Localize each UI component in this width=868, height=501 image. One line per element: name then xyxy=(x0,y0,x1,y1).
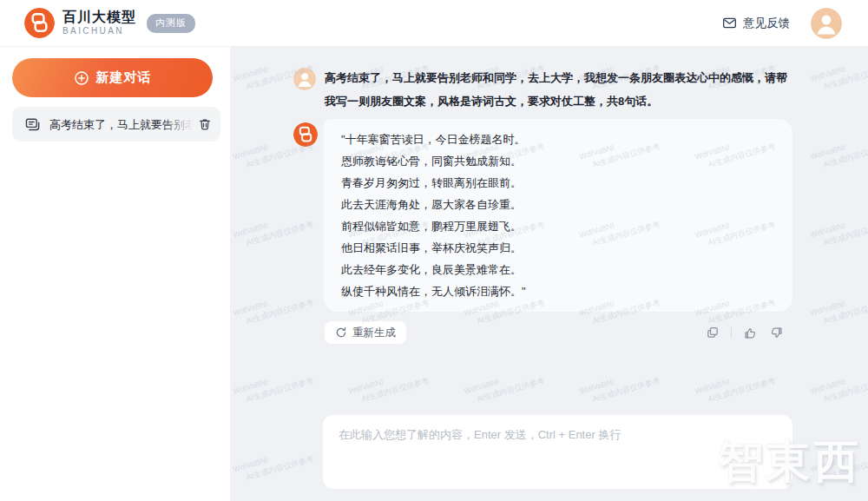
assistant-poem-line: "十年寒窗苦读日，今日金榜题名时。 xyxy=(341,129,775,150)
conversation-list-item[interactable]: 高考结束了，马上就要告别老师和 xyxy=(12,107,220,142)
assistant-poem-line: 前程似锦皆如意，鹏程万里展翅飞。 xyxy=(341,215,775,237)
assistant-message-text: "十年寒窗苦读日，今日金榜题名时。恩师教诲铭心骨，同窗共勉成新知。青春岁月匆匆过… xyxy=(341,129,775,302)
copy-button[interactable] xyxy=(706,326,720,339)
copy-icon xyxy=(706,326,720,339)
brand: 百川大模型 BAICHUAN 内测版 xyxy=(24,8,195,38)
feedback-link[interactable]: 意见反馈 xyxy=(722,16,790,31)
ai-watermark-tile: WdIVaBNIAI生成内容仅供参考 xyxy=(809,442,868,485)
ai-watermark-tile: WdIVaBNIAI生成内容仅供参考 xyxy=(694,364,777,407)
ai-watermark-tile: WdIVaBNIAI生成内容仅供参考 xyxy=(232,364,315,407)
conversation-title: 高考结束了，马上就要告别老师和 xyxy=(49,118,193,131)
person-icon xyxy=(293,68,316,90)
user-message-text: 高考结束了，马上就要告别老师和同学，去上大学，我想发一条朋友圈表达心中的感慨，请… xyxy=(325,66,792,113)
user-message-row: 高考结束了，马上就要告别老师和同学，去上大学，我想发一条朋友圈表达心中的感慨，请… xyxy=(293,66,792,113)
chat-area: 高考结束了，马上就要告别老师和同学，去上大学，我想发一条朋友圈表达心中的感慨，请… xyxy=(230,47,868,501)
ai-watermark-tile: WdIVaBNIAI生成内容仅供参考 xyxy=(347,364,431,407)
new-chat-button[interactable]: 新建对话 xyxy=(12,58,213,97)
header: 百川大模型 BAICHUAN 内测版 意见反馈 xyxy=(0,0,868,47)
person-icon xyxy=(811,8,842,39)
user-message-avatar xyxy=(293,68,316,90)
beta-badge: 内测版 xyxy=(147,14,195,33)
composer xyxy=(323,415,792,489)
sidebar: 新建对话 高考结束了，马上就要告别老师和 xyxy=(0,47,230,501)
thumbs-up-icon xyxy=(743,326,758,340)
body: 新建对话 高考结束了，马上就要告别老师和 xyxy=(0,47,868,501)
app-window: 百川大模型 BAICHUAN 内测版 意见反馈 xyxy=(0,0,868,501)
thumbs-down-button[interactable] xyxy=(769,326,784,340)
regenerate-button[interactable]: 重新生成 xyxy=(325,321,406,344)
feedback-label: 意见反馈 xyxy=(743,16,790,31)
message-actions-row: 重新生成 xyxy=(325,321,792,344)
thumbs-down-icon xyxy=(769,326,784,340)
new-chat-label: 新建对话 xyxy=(96,69,152,86)
chat-bubbles-icon xyxy=(24,116,41,133)
chat-scroll-region[interactable]: 高考结束了，马上就要告别老师和同学，去上大学，我想发一条朋友圈表达心中的感慨，请… xyxy=(230,47,868,344)
assistant-poem-line: 他日相聚话旧事，举杯庆祝笑声归。 xyxy=(341,237,775,259)
baichuan-logo-icon xyxy=(24,8,55,38)
chat-input[interactable] xyxy=(339,427,777,477)
assistant-avatar-baichuan-logo-icon xyxy=(293,122,318,147)
user-avatar[interactable] xyxy=(811,8,842,39)
ai-watermark-tile: WdIVaBNIAI生成内容仅供参考 xyxy=(578,364,661,407)
regenerate-label: 重新生成 xyxy=(352,326,396,340)
assistant-poem-line: 恩师教诲铭心骨，同窗共勉成新知。 xyxy=(341,150,775,172)
plus-circle-icon xyxy=(74,70,89,86)
ai-watermark-tile: WdIVaBNIAI生成内容仅供参考 xyxy=(809,364,868,407)
mail-icon xyxy=(722,16,737,30)
brand-subtitle: BAICHUAN xyxy=(62,27,136,36)
assistant-poem-line: 此去天涯海角处，愿大家各自珍重。 xyxy=(341,194,775,215)
ai-watermark-tile: WdIVaBNIAI生成内容仅供参考 xyxy=(463,364,546,407)
thumbs-up-button[interactable] xyxy=(743,326,758,340)
assistant-poem-line: 此去经年多变化，良辰美景难常在。 xyxy=(341,259,775,280)
conversation-title-wrap: 高考结束了，马上就要告别老师和 xyxy=(49,116,193,132)
refresh-icon xyxy=(335,326,347,339)
trash-icon xyxy=(198,117,212,131)
ai-watermark-tile: WdIVaBNIAI生成内容仅供参考 xyxy=(232,442,315,485)
assistant-message-row: "十年寒窗苦读日，今日金榜题名时。恩师教诲铭心骨，同窗共勉成新知。青春岁月匆匆过… xyxy=(293,119,792,312)
brand-text: 百川大模型 BAICHUAN xyxy=(62,10,136,36)
message-icon-group xyxy=(706,326,792,340)
assistant-message-bubble: "十年寒窗苦读日，今日金榜题名时。恩师教诲铭心骨，同窗共勉成新知。青春岁月匆匆过… xyxy=(324,119,792,312)
assistant-poem-line: 青春岁月匆匆过，转眼离别在眼前。 xyxy=(341,172,775,194)
header-right: 意见反馈 xyxy=(722,8,842,39)
icon-divider xyxy=(731,327,732,339)
delete-conversation-button[interactable] xyxy=(198,117,212,131)
brand-title: 百川大模型 xyxy=(62,10,136,24)
assistant-poem-line: 纵使千种风情在，无人倾诉泪满怀。" xyxy=(341,280,775,302)
